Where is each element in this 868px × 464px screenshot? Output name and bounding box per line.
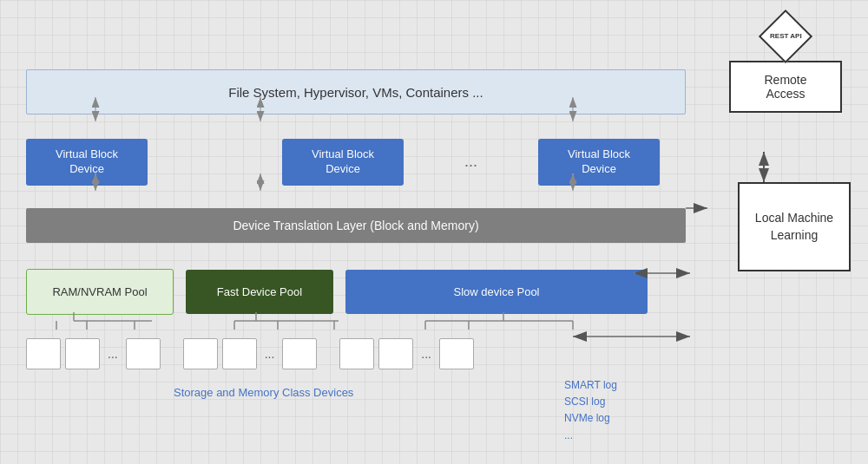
storage-label: Storage and Memory Class Devices xyxy=(174,386,353,399)
pool-row: RAM/NVRAM Pool Fast Device Pool Slow dev… xyxy=(26,269,686,315)
dev-dots-2: ... xyxy=(261,347,279,361)
remote-access-label: RemoteAccess xyxy=(764,73,806,101)
dev-box-2 xyxy=(65,338,100,369)
dev-box-8 xyxy=(378,338,413,369)
dev-box-1 xyxy=(26,338,61,369)
pool-slow: Slow device Pool xyxy=(345,270,648,314)
dev-box-6 xyxy=(282,338,317,369)
vbd-spacer-2: ... xyxy=(404,153,538,171)
fs-bar: File System, Hypervisor, VMs, Containers… xyxy=(26,69,686,114)
dev-box-3 xyxy=(126,338,161,369)
vbd-box-2: Virtual BlockDevice xyxy=(282,139,404,186)
pool-fast: Fast Device Pool xyxy=(186,270,333,314)
diagram-container: File System, Hypervisor, VMs, Containers… xyxy=(17,17,694,447)
devices-row: ... ... ... xyxy=(26,338,686,369)
pool-ram: RAM/NVRAM Pool xyxy=(26,269,174,315)
vbd-box-3: Virtual BlockDevice xyxy=(538,139,660,186)
dev-dots-3: ... xyxy=(418,347,435,361)
dev-box-5 xyxy=(222,338,257,369)
slow-devices: ... xyxy=(339,338,474,369)
pool-slow-label: Slow device Pool xyxy=(454,285,540,298)
lml-label: Local Machine Learning xyxy=(755,211,833,242)
dev-dots-1: ... xyxy=(104,347,122,361)
dev-box-7 xyxy=(339,338,374,369)
dev-box-4 xyxy=(183,338,218,369)
ram-devices: ... xyxy=(26,338,161,369)
dev-box-9 xyxy=(439,338,474,369)
fast-devices: ... xyxy=(183,338,318,369)
diamond-container: REST API xyxy=(720,17,851,56)
remote-access-box: RemoteAccess xyxy=(729,61,842,113)
lml-box: Local Machine Learning xyxy=(738,182,851,271)
smart-label: SMART logSCSI logNVMe log... xyxy=(564,377,617,444)
pool-ram-label: RAM/NVRAM Pool xyxy=(52,285,147,298)
dtl-label: Device Translation Layer (Block and Memo… xyxy=(233,219,478,232)
pool-fast-label: Fast Device Pool xyxy=(217,285,302,298)
rest-api-diamond: REST API xyxy=(759,10,812,63)
rest-api-label: REST API xyxy=(770,32,802,41)
dtl-bar: Device Translation Layer (Block and Memo… xyxy=(26,208,686,243)
fs-bar-label: File System, Hypervisor, VMs, Containers… xyxy=(228,85,483,100)
vbd-row: Virtual BlockDevice Virtual BlockDevice … xyxy=(26,139,686,186)
vbd-box-1: Virtual BlockDevice xyxy=(26,139,148,186)
remote-access-panel: REST API RemoteAccess xyxy=(720,17,851,113)
